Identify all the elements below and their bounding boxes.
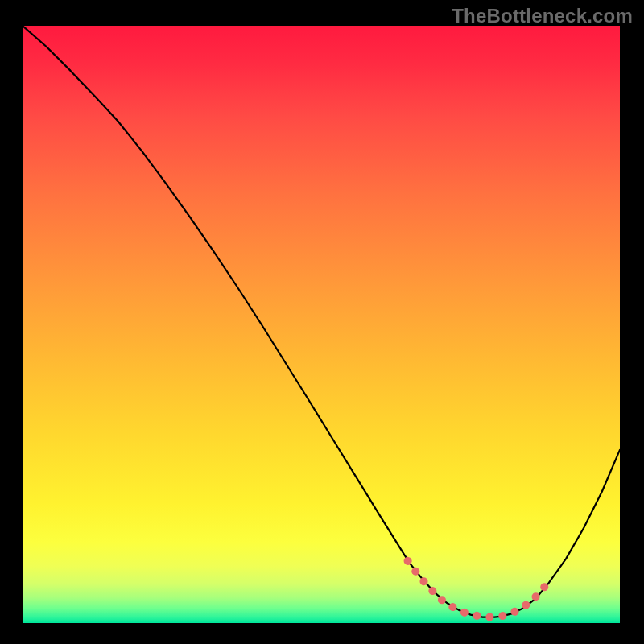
chart-svg	[23, 26, 620, 623]
chart-container: TheBottleneck.com	[0, 0, 644, 644]
watermark-label: TheBottleneck.com	[452, 5, 633, 27]
plot-area	[23, 26, 620, 623]
